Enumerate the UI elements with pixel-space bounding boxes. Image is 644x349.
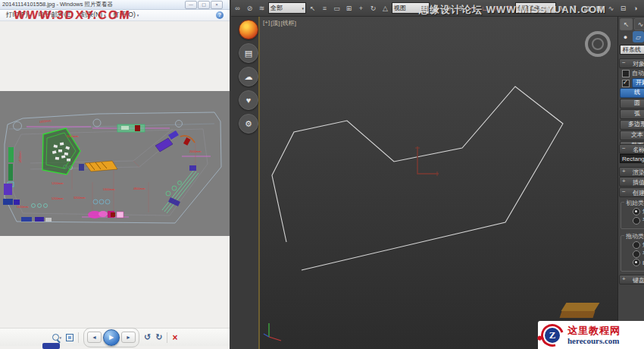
- initial-type-smooth-radio[interactable]: [633, 217, 640, 225]
- initial-type-smooth-row: 平滑: [633, 216, 644, 225]
- start-new-shape-row: 开始新图形: [622, 78, 644, 88]
- command-panel: ↖ ∿ ▤ ◎ ▦ ⊕ ● ▱ ◐ ▣ + ≈ ⚙ 样条线: [617, 17, 644, 349]
- line-spline[interactable]: [272, 86, 563, 270]
- object-name-field[interactable]: Rectangle002: [620, 154, 644, 163]
- window-buttons: — ▢ ×: [185, 1, 223, 9]
- next-button[interactable]: ►: [121, 332, 136, 343]
- cad-dimension-label: 4800mm: [133, 187, 145, 190]
- heart-icon[interactable]: ♥: [239, 90, 258, 110]
- taskbar-fragment: [42, 343, 60, 349]
- site-watermark: Z 这里教程网 herecours.com: [538, 321, 644, 349]
- drag-type-bezier-radio[interactable]: [633, 259, 640, 266]
- max-window: ∞⊘≋全部▾↖≡▭⊞+↻△视图▾◉⊕3∩∟%⇅创建选集M‖▤▦∿⊟◑⚙▣☕ 思缘…: [230, 0, 644, 349]
- viewport-menu-shading[interactable]: [线框]: [281, 19, 296, 27]
- fit-to-window-button[interactable]: [66, 334, 73, 341]
- cad-dimension-label: 1100mm: [17, 205, 29, 209]
- cad-plan-svg: 1500mm5500mm1400mm1200mm5200mm3200mm5300…: [0, 91, 230, 236]
- start-new-shape-checkbox[interactable]: [622, 80, 630, 87]
- maximize-button[interactable]: ▢: [198, 1, 210, 9]
- autogrid-checkbox[interactable]: [622, 70, 630, 77]
- viewport-canvas: [260, 17, 617, 349]
- shape-button-arc[interactable]: 弧: [620, 109, 644, 119]
- drag-type-bezier-row: Bezier: [633, 259, 644, 266]
- rotate-ccw-button[interactable]: ↺: [144, 332, 151, 342]
- curve-editor-icon[interactable]: ∿: [605, 2, 617, 14]
- start-new-shape-button[interactable]: 开始新图形: [632, 78, 644, 88]
- drag-type-corner-radio[interactable]: [633, 241, 640, 249]
- cad-dimension-label: 3200mm: [73, 196, 86, 200]
- nav-group: ◄ ▶ ►: [83, 328, 139, 347]
- selection-filter-dropdown[interactable]: 全部▾: [268, 2, 306, 14]
- tab-modify[interactable]: ∿: [634, 18, 644, 30]
- forum-watermark-text: 思缘设计论坛 WWW.MISSYUAN.COM: [419, 3, 606, 17]
- divider: [167, 332, 167, 343]
- window-crossing-icon[interactable]: ⊞: [343, 2, 355, 14]
- shape-category-dropdown[interactable]: 样条线 ▾: [620, 45, 644, 55]
- site-name: 这里教程网: [567, 325, 621, 336]
- initial-type-corner-radio[interactable]: [633, 208, 640, 215]
- zoom-button[interactable]: ▾: [52, 334, 62, 341]
- viewport-top[interactable]: [+] [顶] [线框]: [258, 17, 617, 349]
- origin-axis: [415, 146, 439, 176]
- rollout-rendering[interactable]: +渲染: [619, 167, 644, 177]
- shape-buttons: 线圆弧多边形文本截面: [620, 88, 644, 152]
- slideshow-button[interactable]: ▶: [103, 329, 120, 346]
- help-icon[interactable]: ?: [216, 11, 224, 19]
- unlink-selection-icon[interactable]: ⊘: [244, 2, 255, 14]
- rollout-creation-method[interactable]: −创建方法: [619, 187, 644, 197]
- viewport-gizmo-ring[interactable]: [586, 33, 609, 55]
- cad-dimension-label: 5300mm: [103, 187, 115, 191]
- cat-shapes[interactable]: ▱: [633, 31, 644, 42]
- site-logo-icon: Z: [541, 324, 564, 347]
- drag-type-smooth-radio[interactable]: [633, 250, 640, 258]
- chevron-down-icon: ▾: [60, 335, 62, 340]
- chevron-down-icon: ▾: [302, 6, 304, 11]
- rotate-cw-button[interactable]: ↻: [155, 332, 162, 342]
- site-url: herecours.com: [567, 336, 621, 346]
- bind-to-space-warp-icon[interactable]: ≋: [256, 2, 267, 14]
- select-and-link-icon[interactable]: ∞: [232, 2, 243, 14]
- shape-button-line[interactable]: 线: [620, 88, 644, 98]
- viewport-menu-general[interactable]: [+]: [263, 19, 270, 27]
- viewport-menu-pov[interactable]: [顶]: [270, 19, 280, 27]
- tab-create[interactable]: ↖: [620, 18, 633, 30]
- chevron-down-icon: ▾: [137, 13, 139, 17]
- create-categories: ● ▱ ◐ ▣ + ≈ ⚙: [620, 31, 644, 42]
- cat-geometry[interactable]: ●: [620, 31, 631, 42]
- screenshot-root: 20141114101558.jpg - Windows 照片查看器 — ▢ ×…: [0, 0, 644, 349]
- fit-icon: [66, 334, 73, 341]
- cloud-icon[interactable]: ☁: [239, 67, 258, 86]
- shape-button-text[interactable]: 文本: [620, 130, 644, 140]
- document-icon[interactable]: ▤: [239, 43, 258, 63]
- select-and-scale-icon[interactable]: △: [380, 2, 391, 14]
- select-and-rotate-icon[interactable]: ↻: [367, 2, 379, 14]
- cad-dimension-label: 2000mm: [189, 149, 202, 153]
- minimize-button[interactable]: —: [185, 1, 197, 9]
- drag-type-corner-row: 角点: [633, 241, 644, 249]
- rollout-keyboard-entry[interactable]: +键盘输入: [619, 275, 644, 285]
- shape-button-circle[interactable]: 圆: [620, 99, 644, 108]
- schematic-view-icon[interactable]: ⊟: [617, 2, 629, 14]
- rollout-object-type[interactable]: −对象类型: [619, 58, 644, 68]
- rollout-interpolation[interactable]: +插值: [619, 177, 644, 187]
- rectangular-selection-icon[interactable]: ▭: [331, 2, 342, 14]
- app-logo-icon[interactable]: [239, 20, 258, 39]
- select-by-name-icon[interactable]: ≡: [319, 2, 330, 14]
- initial-type-group: 初始类型: [621, 202, 644, 229]
- command-panel-tabs: ↖ ∿ ▤ ◎ ▦ ⊕: [620, 18, 644, 30]
- previous-button[interactable]: ◄: [87, 332, 102, 343]
- delete-button[interactable]: ×: [172, 332, 177, 343]
- world-axis-tripod: [264, 323, 281, 341]
- close-button[interactable]: ×: [211, 1, 223, 9]
- select-object-icon[interactable]: ↖: [307, 2, 318, 14]
- autogrid-row: 自动栅格: [622, 69, 644, 77]
- cad-dimension-label: 5500mm: [67, 134, 79, 138]
- material-editor-icon[interactable]: ◑: [630, 2, 641, 14]
- cad-dimension-label: 5200mm: [52, 197, 64, 200]
- book-logo-icon: [558, 300, 600, 323]
- overlay-sidebar: ▤ ☁ ♥ ⚙: [239, 20, 260, 137]
- gear-icon[interactable]: ⚙: [239, 114, 258, 134]
- select-and-move-icon[interactable]: +: [355, 2, 367, 14]
- shape-button-polygon[interactable]: 多边形: [620, 120, 644, 130]
- rollout-name-color[interactable]: −名称和颜色: [619, 144, 644, 154]
